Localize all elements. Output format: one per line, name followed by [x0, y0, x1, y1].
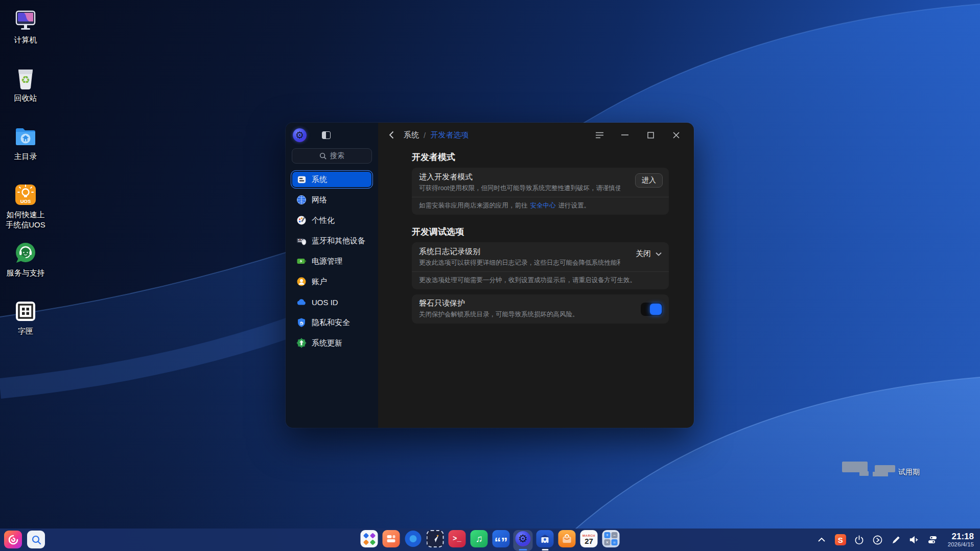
redacted-block	[842, 462, 868, 472]
desktop-icon-label: 回收站	[4, 93, 48, 103]
breadcrumb: 系统 / 开发者选项	[404, 123, 469, 147]
log-level-desc: 更改此选项可以获得更详细的日志记录，这些日志可能会降低系统性能和/或占用更多存储…	[419, 259, 620, 267]
trial-label: 试用期	[898, 468, 920, 477]
headset-support-icon	[13, 241, 38, 265]
calendar-day: 27	[585, 537, 593, 545]
window-titlebar: 系统 / 开发者选项	[378, 123, 694, 147]
bluetooth-devices-icon	[296, 236, 307, 246]
desktop-icon-uos-guide[interactable]: UOS 如何快速上手统信UOS	[3, 182, 48, 231]
dock-mail[interactable]	[426, 530, 445, 551]
personalization-icon	[296, 215, 307, 225]
dock-voice-notes[interactable]: “”	[492, 530, 511, 551]
control-center-app-icon: ⚙	[293, 128, 307, 142]
maximize-button[interactable]	[638, 123, 663, 147]
screenshot-pen-icon[interactable]	[891, 535, 901, 545]
section-title-developer-mode: 开发者模式	[412, 151, 669, 163]
menu-button[interactable]	[587, 123, 612, 147]
search-placeholder: 搜索	[330, 151, 344, 160]
dock-music[interactable]: ♫	[470, 530, 489, 551]
uos-id-icon	[296, 297, 307, 307]
minimize-icon	[621, 134, 628, 135]
performance-mode-icon[interactable]	[927, 535, 938, 545]
readonly-protect-card: 磐石只读保护 关闭保护会解锁系统目录，可能导致系统损坏的高风险。	[412, 294, 669, 324]
computer-icon	[13, 8, 38, 32]
dock-home-app[interactable]	[535, 530, 555, 551]
lightbulb-uos-icon: UOS	[13, 182, 38, 207]
onboard-arrow-icon[interactable]	[872, 535, 883, 545]
dock-control-center[interactable]: ⚙	[514, 530, 533, 551]
svg-text:♻: ♻	[21, 74, 30, 85]
sidebar-item-label: 系统	[312, 175, 327, 185]
sidebar-item-label: 账户	[312, 277, 327, 287]
dock-terminal[interactable]: >_	[448, 530, 467, 551]
back-button[interactable]	[386, 130, 396, 140]
shutdown-icon[interactable]	[854, 535, 865, 545]
system-tray: S 21:18 2026/4/15	[816, 529, 974, 551]
desktop-icon-label: 服务与支持	[4, 268, 48, 278]
sidebar-toggle-icon[interactable]	[322, 131, 331, 139]
taskbar-clock[interactable]: 21:18 2026/4/15	[948, 532, 974, 548]
accounts-icon	[296, 277, 307, 287]
dock-calendar[interactable]: MARCH 27	[579, 530, 599, 551]
desktop-icon-label: 如何快速上手统信UOS	[4, 210, 48, 231]
sidebar-item-bluetooth-devices[interactable]: 蓝牙和其他设备	[291, 232, 373, 250]
desktop-icon-label: 主目录	[4, 151, 48, 162]
sidebar-item-power[interactable]: 电源管理	[291, 252, 373, 270]
sidebar-item-label: UOS ID	[312, 298, 338, 307]
trash-icon: ♻	[13, 66, 38, 90]
note-text: 如需安装非应用商店来源的应用，前往	[419, 202, 528, 209]
dock: >_ ♫ “” ⚙ MARCH 27 + − × =	[360, 530, 621, 551]
log-level-title: 系统日志记录级别	[419, 247, 620, 257]
toggle-thumb	[650, 304, 662, 315]
chevron-left-icon	[389, 131, 394, 139]
readonly-protect-toggle[interactable]	[641, 303, 663, 316]
developer-options-page: 开发者模式 进入开发者模式 可获得root使用权限，但同时也可能导致系统完整性遭…	[378, 147, 694, 428]
dock-app-grid[interactable]	[360, 530, 379, 551]
minimize-button[interactable]	[612, 123, 638, 147]
search-input[interactable]: 搜索	[292, 148, 372, 164]
desktop-icon-home[interactable]: 主目录	[3, 124, 48, 162]
fontbox-grid-icon	[13, 299, 38, 324]
grand-search-icon[interactable]	[27, 531, 45, 548]
svg-text:UOS: UOS	[20, 198, 31, 204]
log-level-dropdown[interactable]: 关闭	[636, 249, 662, 259]
desktop-icon-computer[interactable]: 计算机	[3, 8, 48, 45]
sidebar-item-network[interactable]: 网络	[291, 191, 373, 209]
log-level-note: 更改选项处理可能需要一分钟，收到设置成功提示后，请重启设备方可生效。	[412, 272, 669, 289]
enter-dev-mode-title: 进入开发者模式	[419, 172, 620, 182]
hamburger-icon	[595, 132, 604, 139]
sidebar-item-update[interactable]: 系统更新	[291, 334, 373, 352]
sidebar-item-uos-id[interactable]: UOS ID	[291, 293, 373, 311]
redacted-block	[875, 465, 895, 472]
desktop-icon-fontbox[interactable]: 字匣	[3, 299, 48, 336]
clock-date: 2026/4/15	[948, 541, 974, 548]
enter-dev-mode-desc: 可获得root使用权限，但同时也可能导致系统完整性遭到破坏，请谨慎使用。	[419, 184, 620, 193]
dock-app-store[interactable]	[557, 530, 577, 551]
tray-expand-icon[interactable]	[816, 535, 827, 545]
developer-mode-card: 进入开发者模式 可获得root使用权限，但同时也可能导致系统完整性遭到破坏，请谨…	[412, 168, 669, 215]
launcher-icon[interactable]	[4, 531, 22, 548]
enter-button[interactable]: 进入	[635, 173, 663, 188]
sidebar-item-system[interactable]: 系统	[291, 170, 373, 189]
dock-widgets[interactable]	[382, 530, 401, 551]
volume-icon[interactable]	[909, 535, 920, 545]
sidebar-item-accounts[interactable]: 账户	[291, 272, 373, 291]
sidebar-item-personalization[interactable]: 个性化	[291, 211, 373, 229]
search-icon	[319, 152, 326, 159]
sidebar-item-label: 电源管理	[312, 257, 342, 266]
sidebar-item-label: 网络	[312, 195, 327, 205]
security-center-link[interactable]: 安全中心	[530, 202, 556, 209]
dock-calculator[interactable]: + − × =	[601, 530, 621, 551]
dock-browser[interactable]	[404, 530, 423, 551]
close-button[interactable]	[663, 123, 689, 147]
log-level-card: 系统日志记录级别 更改此选项可以获得更详细的日志记录，这些日志可能会降低系统性能…	[412, 242, 669, 289]
power-management-icon	[296, 256, 307, 266]
network-icon	[296, 195, 307, 205]
sidebar-item-label: 隐私和安全	[312, 318, 350, 328]
sidebar-item-privacy[interactable]: 隐私和安全	[291, 313, 373, 332]
desktop-icon-trash[interactable]: ♻ 回收站	[3, 66, 48, 103]
desktop-icon-support[interactable]: 服务与支持	[3, 241, 48, 278]
breadcrumb-parent[interactable]: 系统	[404, 130, 419, 140]
sogou-input-icon[interactable]: S	[835, 534, 846, 545]
note-text: 进行设置。	[558, 202, 591, 209]
